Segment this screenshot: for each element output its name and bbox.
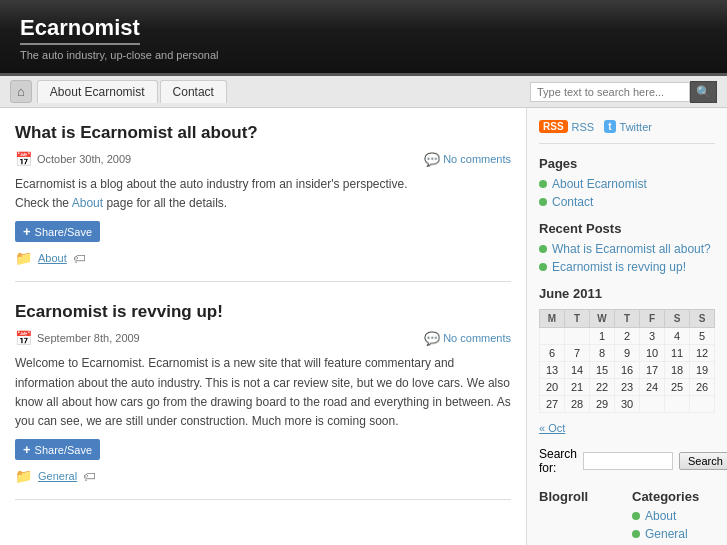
calendar-cell: 22	[590, 379, 615, 396]
cal-header-w: W	[590, 310, 615, 328]
post-2-meta: 📅 September 8th, 2009 💬 No comments	[15, 330, 511, 346]
comment-icon: 💬	[424, 152, 440, 167]
search-button[interactable]: Search	[679, 452, 727, 470]
dot-cat-1	[632, 512, 640, 520]
site-title: Ecarnomist	[20, 15, 140, 45]
calendar-cell: 21	[565, 379, 590, 396]
calendar-cell	[665, 396, 690, 413]
page-link-about-ecarnomist[interactable]: About Ecarnomist	[552, 177, 647, 191]
calendar-icon: 📅	[15, 151, 32, 167]
cat-item-2: General	[632, 527, 715, 541]
search-label: Search for:	[539, 447, 577, 475]
pages-section: Pages About Ecarnomist Contact	[539, 156, 715, 209]
search-row: Search for: Search	[539, 447, 715, 475]
dot-icon-4	[539, 263, 547, 271]
nav-search-button[interactable]: 🔍	[690, 81, 717, 103]
blogroll-title: Blogroll	[539, 489, 622, 504]
calendar-cell	[540, 328, 565, 345]
calendar-cell	[690, 396, 715, 413]
pages-item-2: Contact	[539, 195, 715, 209]
post-2-footer: 📁 General 🏷	[15, 468, 511, 484]
calendar-cell: 17	[640, 362, 665, 379]
about-link[interactable]: About	[72, 196, 103, 210]
calendar-cell: 26	[690, 379, 715, 396]
post-1-footer: 📁 About 🏷	[15, 250, 511, 266]
calendar-cell: 24	[640, 379, 665, 396]
calendar-row: 6789101112	[540, 345, 715, 362]
dot-icon-2	[539, 198, 547, 206]
share-save-button-1[interactable]: + Share/Save	[15, 221, 100, 242]
post-1-body: Ecarnomist is a blog about the auto indu…	[15, 175, 511, 213]
post-1-meta: 📅 October 30th, 2009 💬 No comments	[15, 151, 511, 167]
calendar-cell: 1	[590, 328, 615, 345]
rss-icon: RSS	[539, 120, 568, 133]
calendar-cell: 28	[565, 396, 590, 413]
post-2-comments[interactable]: 💬 No comments	[424, 331, 511, 346]
calendar-cell: 9	[615, 345, 640, 362]
calendar-cell: 15	[590, 362, 615, 379]
calendar-row: 20212223242526	[540, 379, 715, 396]
calendar-cell	[565, 328, 590, 345]
cat-link-general[interactable]: General	[645, 527, 688, 541]
calendar-cell: 7	[565, 345, 590, 362]
dot-cat-2	[632, 530, 640, 538]
calendar-cell: 18	[665, 362, 690, 379]
calendar-cell: 29	[590, 396, 615, 413]
post-2-category[interactable]: General	[38, 470, 77, 482]
page-link-contact[interactable]: Contact	[552, 195, 593, 209]
calendar-cell: 8	[590, 345, 615, 362]
cal-header-f: F	[640, 310, 665, 328]
calendar-table: June 2011 M T W T F S S 1234567891011121…	[539, 286, 715, 413]
calendar-cell: 14	[565, 362, 590, 379]
post-2-title: Ecarnomist is revving up!	[15, 302, 511, 322]
post-2: Ecarnomist is revving up! 📅 September 8t…	[15, 302, 511, 500]
calendar-cell: 2	[615, 328, 640, 345]
recent-post-item-2: Ecarnomist is revving up!	[539, 260, 715, 274]
categories-col: Categories About General	[632, 489, 715, 545]
nav-tab-about[interactable]: About Ecarnomist	[37, 80, 158, 103]
social-links: RSS RSS t Twitter	[539, 120, 715, 144]
nav-tab-contact[interactable]: Contact	[160, 80, 227, 103]
search-input[interactable]	[583, 452, 673, 470]
calendar-cell: 27	[540, 396, 565, 413]
calendar-cell: 12	[690, 345, 715, 362]
site-tagline: The auto industry, up-close and personal	[20, 49, 707, 61]
comment-icon-2: 💬	[424, 331, 440, 346]
nav-bar: ⌂ About Ecarnomist Contact 🔍	[0, 76, 727, 108]
post-1-title: What is Ecarnomist all about?	[15, 123, 511, 143]
recent-post-link-1[interactable]: What is Ecarnomist all about?	[552, 242, 711, 256]
calendar-icon-2: 📅	[15, 330, 32, 346]
post-1-date: 📅 October 30th, 2009	[15, 151, 131, 167]
calendar-cell: 6	[540, 345, 565, 362]
cal-header-m: M	[540, 310, 565, 328]
cal-header-s1: S	[665, 310, 690, 328]
home-button[interactable]: ⌂	[10, 80, 32, 103]
calendar-prev-nav[interactable]: « Oct	[539, 421, 715, 435]
post-2-body: Welcome to Ecarnomist. Ecarnomist is a n…	[15, 354, 511, 431]
folder-icon-2: 📁	[15, 468, 32, 484]
calendar-cell: 20	[540, 379, 565, 396]
tag-icon: 🏷	[73, 251, 86, 266]
calendar-row: 27282930	[540, 396, 715, 413]
post-1-category[interactable]: About	[38, 252, 67, 264]
cat-link-about[interactable]: About	[645, 509, 676, 523]
twitter-button[interactable]: t Twitter	[604, 120, 652, 133]
main-layout: What is Ecarnomist all about? 📅 October …	[0, 108, 727, 545]
calendar-row: 13141516171819	[540, 362, 715, 379]
folder-icon: 📁	[15, 250, 32, 266]
calendar-header-row: M T W T F S S	[540, 310, 715, 328]
calendar-row: 12345	[540, 328, 715, 345]
post-1-comments[interactable]: 💬 No comments	[424, 152, 511, 167]
categories-title: Categories	[632, 489, 715, 504]
sidebar: RSS RSS t Twitter Pages About Ecarnomist…	[527, 108, 727, 545]
calendar-cell	[640, 396, 665, 413]
calendar-cell: 10	[640, 345, 665, 362]
nav-search-input[interactable]	[530, 82, 690, 102]
calendar-cell: 19	[690, 362, 715, 379]
rss-button[interactable]: RSS RSS	[539, 120, 594, 133]
calendar-title: June 2011	[539, 286, 715, 305]
pages-item-1: About Ecarnomist	[539, 177, 715, 191]
recent-post-link-2[interactable]: Ecarnomist is revving up!	[552, 260, 686, 274]
post-1: What is Ecarnomist all about? 📅 October …	[15, 123, 511, 282]
share-save-button-2[interactable]: + Share/Save	[15, 439, 100, 460]
